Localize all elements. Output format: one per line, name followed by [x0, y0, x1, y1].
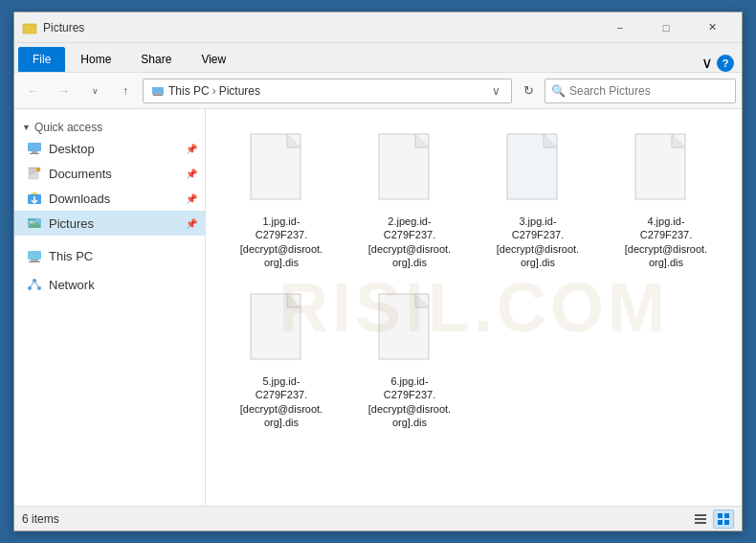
minimize-button[interactable]: −: [598, 12, 642, 43]
svg-rect-33: [695, 522, 706, 524]
title-bar: Pictures − □ ✕: [14, 12, 742, 43]
sidebar: ▼ Quick access Desktop 📌: [14, 109, 206, 506]
window-controls: − □ ✕: [598, 12, 734, 43]
search-input[interactable]: [569, 84, 729, 98]
svg-rect-2: [154, 93, 162, 95]
file-area: 1.jpg.id-C279F237.[decrypt@disroot.org].…: [206, 109, 742, 452]
tab-file[interactable]: File: [18, 47, 65, 72]
this-pc-icon: [151, 84, 165, 98]
expand-arrow-icon: ▼: [22, 123, 31, 132]
sidebar-item-this-pc[interactable]: This PC: [14, 243, 205, 268]
svg-rect-18: [31, 260, 38, 261]
main-content: ▼ Quick access Desktop 📌: [14, 109, 742, 506]
ribbon-chevron[interactable]: ∨ ?: [701, 54, 738, 72]
file-icon-6: [375, 292, 444, 369]
maximize-button[interactable]: □: [644, 12, 688, 43]
file-icon-2: [375, 132, 444, 209]
svg-rect-3: [153, 95, 163, 96]
search-icon: 🔍: [551, 84, 566, 98]
search-box[interactable]: 🔍: [545, 79, 736, 103]
file-item-1[interactable]: 1.jpg.id-C279F237.[decrypt@disroot.org].…: [221, 124, 342, 277]
file-icon-5: [247, 292, 316, 369]
quick-access-label: Quick access: [34, 121, 102, 134]
file-icon-4: [632, 132, 700, 209]
sidebar-item-desktop[interactable]: Desktop 📌: [14, 136, 205, 161]
file-name-3: 3.jpg.id-C279F237.[decrypt@disroot.org].…: [495, 215, 581, 269]
svg-rect-19: [29, 261, 40, 262]
desktop-icon: [26, 140, 43, 157]
chevron-icon: ∨: [701, 54, 713, 72]
svg-rect-6: [30, 153, 39, 154]
svg-rect-17: [28, 251, 41, 260]
file-icon-1: [247, 132, 316, 209]
sidebar-item-pictures[interactable]: Pictures 📌: [14, 211, 205, 236]
svg-rect-8: [29, 168, 35, 169]
sidebar-item-network[interactable]: Network: [14, 272, 205, 297]
path-this-pc: This PC: [168, 84, 210, 98]
svg-rect-37: [724, 520, 729, 525]
svg-rect-31: [695, 514, 706, 516]
tab-share[interactable]: Share: [126, 47, 186, 72]
tab-view[interactable]: View: [187, 47, 240, 72]
refresh-button[interactable]: ↻: [516, 79, 541, 103]
list-view-button[interactable]: [690, 509, 711, 529]
address-path[interactable]: This PC › Pictures ∨: [143, 79, 512, 103]
sidebar-item-downloads[interactable]: Downloads 📌: [14, 186, 205, 211]
desktop-pin-icon: 📌: [186, 144, 197, 154]
svg-rect-32: [695, 518, 706, 520]
svg-line-23: [30, 281, 34, 288]
path-pictures: Pictures: [219, 84, 260, 98]
quick-access-header[interactable]: ▼ Quick access: [14, 117, 205, 136]
pictures-label: Pictures: [49, 216, 182, 231]
file-name-4: 4.jpg.id-C279F237.[decrypt@disroot.org].…: [623, 215, 709, 269]
pictures-icon: [26, 215, 43, 232]
file-item-6[interactable]: 6.jpg.id-C279F237.[decrypt@disroot.org].…: [349, 284, 470, 437]
svg-rect-35: [724, 513, 729, 518]
dropdown-recent-button[interactable]: ∨: [81, 79, 108, 103]
svg-rect-15: [28, 218, 35, 220]
grid-view-button[interactable]: [713, 509, 734, 529]
list-view-icon: [694, 512, 707, 526]
close-button[interactable]: ✕: [690, 12, 734, 43]
documents-icon: [26, 165, 43, 182]
svg-rect-5: [32, 151, 37, 153]
desktop-label: Desktop: [49, 142, 182, 156]
ribbon-tabs: File Home Share View ∨ ?: [14, 43, 742, 72]
network-label: Network: [49, 278, 197, 292]
svg-rect-34: [718, 513, 723, 518]
svg-rect-9: [29, 170, 37, 170]
this-pc-icon: [26, 247, 43, 264]
tab-home[interactable]: Home: [66, 47, 125, 72]
file-name-2: 2.jpeg.id-C279F237.[decrypt@disroot.org]…: [367, 215, 453, 269]
item-count-label: 6 items: [22, 512, 59, 526]
downloads-icon: [26, 190, 43, 207]
file-item-5[interactable]: 5.jpg.id-C279F237.[decrypt@disroot.org].…: [221, 284, 342, 437]
network-icon: [26, 276, 43, 293]
file-area-container: RISIL.COM 1.jpg.id-C279F237.[decrypt@dis…: [206, 109, 742, 506]
this-pc-label: This PC: [49, 249, 197, 263]
file-name-5: 5.jpg.id-C279F237.[decrypt@disroot.org].…: [238, 374, 324, 429]
grid-view-icon: [717, 512, 730, 526]
help-button[interactable]: ?: [717, 55, 734, 72]
ribbon: File Home Share View ∨ ?: [14, 43, 742, 73]
file-item-4[interactable]: 4.jpg.id-C279F237.[decrypt@disroot.org].…: [606, 124, 726, 277]
window-title: Pictures: [43, 21, 598, 34]
documents-pin-icon: 📌: [186, 169, 197, 179]
svg-rect-10: [29, 171, 36, 172]
sidebar-item-documents[interactable]: Documents 📌: [14, 161, 205, 186]
forward-button[interactable]: →: [51, 79, 78, 103]
svg-rect-11: [29, 173, 34, 174]
downloads-label: Downloads: [49, 192, 182, 206]
file-item-3[interactable]: 3.jpg.id-C279F237.[decrypt@disroot.org].…: [478, 124, 598, 277]
file-item-2[interactable]: 2.jpeg.id-C279F237.[decrypt@disroot.org]…: [349, 124, 470, 277]
up-button[interactable]: ↑: [112, 79, 139, 103]
file-name-6: 6.jpg.id-C279F237.[decrypt@disroot.org].…: [367, 374, 453, 429]
documents-label: Documents: [49, 167, 182, 181]
downloads-pin-icon: 📌: [186, 193, 197, 204]
file-icon-3: [503, 132, 572, 209]
view-controls: [690, 509, 734, 529]
status-bar: 6 items: [14, 506, 742, 531]
back-button[interactable]: ←: [20, 79, 47, 103]
window-icon: [22, 20, 37, 35]
svg-line-24: [34, 281, 39, 288]
